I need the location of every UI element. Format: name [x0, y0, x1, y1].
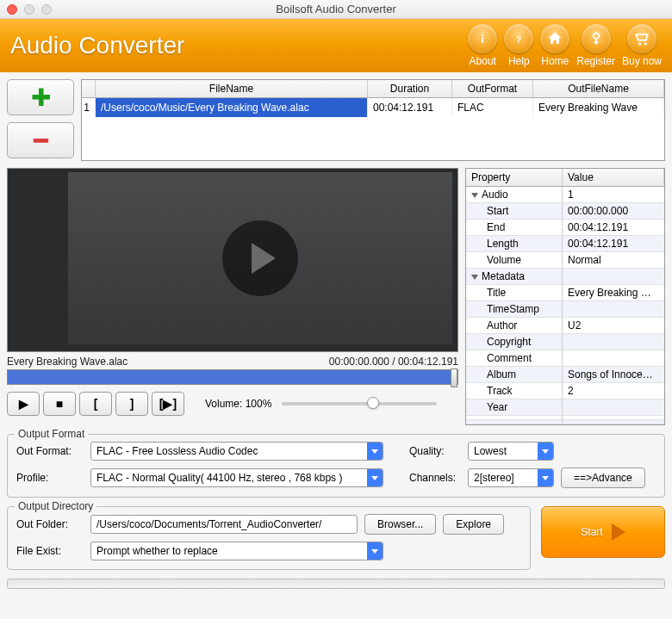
properties-panel: Property Value Audio1 Start00:00:00.000 …	[465, 168, 665, 425]
table-row[interactable]: 1 /Users/coco/Music/Every Breaking Wave.…	[82, 98, 664, 117]
preview-area	[7, 168, 458, 352]
app-name: Audio Converter	[10, 32, 468, 59]
remove-file-button[interactable]: ━	[7, 122, 74, 158]
home-icon	[540, 24, 569, 53]
col-property[interactable]: Property	[466, 169, 563, 187]
seek-thumb-icon[interactable]	[451, 368, 457, 387]
file-table[interactable]: FileName Duration OutFormat OutFileName …	[81, 79, 665, 161]
register-button[interactable]: Register	[576, 24, 615, 67]
browse-button[interactable]: Browser...	[364, 514, 436, 535]
output-directory-fieldset: Output Directory Out Folder: /Users/coco…	[7, 506, 531, 570]
mark-out-button[interactable]: ]	[115, 392, 148, 416]
explore-button[interactable]: Explore	[443, 514, 504, 535]
minimize-window-icon[interactable]	[24, 4, 34, 15]
play-button[interactable]: ▶	[7, 392, 40, 416]
preview-filename: Every Breaking Wave.alac	[7, 356, 128, 368]
volume-thumb-icon[interactable]	[367, 397, 379, 409]
col-outformat[interactable]: OutFormat	[452, 80, 533, 97]
channels-select[interactable]: 2[stereo]	[468, 468, 554, 487]
add-file-button[interactable]: ✚	[7, 79, 74, 115]
quality-select[interactable]: Lowest	[468, 442, 554, 461]
chevron-down-icon	[367, 443, 383, 460]
play-overlay-button[interactable]	[222, 220, 298, 296]
volume-label: Volume: 100%	[205, 398, 271, 410]
advance-button[interactable]: ==>Advance	[561, 467, 645, 488]
chevron-down-icon	[471, 275, 478, 280]
key-icon	[582, 24, 611, 53]
volume-slider[interactable]	[282, 402, 437, 405]
window-title: Boilsoft Audio Converter	[52, 3, 620, 15]
file-exist-select[interactable]: Prompt whether to replace	[90, 542, 383, 560]
svg-text:?: ?	[516, 35, 521, 45]
profile-select[interactable]: FLAC - Normal Quality( 44100 Hz, stereo …	[90, 468, 383, 487]
app-header: Audio Converter About ? Help Home Regist…	[0, 19, 672, 72]
chevron-down-icon	[538, 469, 553, 486]
titlebar: Boilsoft Audio Converter	[0, 0, 672, 19]
col-value[interactable]: Value	[563, 169, 664, 187]
prop-metadata-group[interactable]: Metadata	[466, 269, 563, 284]
about-button[interactable]: About	[468, 24, 497, 67]
preview-time: 00:00:00.000 / 00:04:12.191	[329, 356, 458, 368]
cell-filename: /Users/coco/Music/Every Breaking Wave.al…	[96, 98, 368, 117]
outformat-select[interactable]: FLAC - Free Lossless Audio Codec	[90, 442, 383, 461]
file-table-header: FileName Duration OutFormat OutFileName	[82, 80, 664, 98]
buy-button[interactable]: Buy now	[622, 24, 662, 67]
svg-point-1	[593, 33, 599, 39]
cell-outfilename: Every Breaking Wave	[533, 98, 664, 117]
maximize-window-icon[interactable]	[41, 4, 52, 15]
output-format-fieldset: Output Format Out Format: FLAC - Free Lo…	[7, 434, 665, 498]
traffic-lights	[7, 4, 52, 15]
seek-slider[interactable]	[7, 369, 458, 385]
chevron-down-icon	[471, 193, 478, 198]
col-duration[interactable]: Duration	[368, 80, 452, 97]
cart-icon	[627, 24, 656, 53]
col-outfilename[interactable]: OutFileName	[533, 80, 664, 97]
play-icon	[612, 523, 625, 541]
chevron-down-icon	[367, 469, 383, 486]
help-button[interactable]: ? Help	[504, 24, 533, 67]
progress-bar	[7, 579, 665, 589]
stop-button[interactable]: ■	[43, 392, 76, 416]
info-icon	[468, 24, 497, 53]
start-button[interactable]: Start	[541, 506, 665, 558]
prop-audio-group[interactable]: Audio	[466, 187, 563, 202]
outfolder-input[interactable]: /Users/coco/Documents/Torrent_AudioConve…	[90, 515, 358, 534]
cell-duration: 00:04:12.191	[368, 98, 452, 117]
mark-in-button[interactable]: [	[79, 392, 112, 416]
help-icon: ?	[504, 24, 533, 53]
chevron-down-icon	[367, 542, 383, 560]
play-segment-button[interactable]: [▶]	[152, 392, 184, 416]
home-button[interactable]: Home	[540, 24, 569, 67]
chevron-down-icon	[538, 443, 553, 460]
cell-outformat: FLAC	[452, 98, 533, 117]
close-window-icon[interactable]	[7, 4, 17, 15]
col-filename[interactable]: FileName	[96, 80, 368, 97]
